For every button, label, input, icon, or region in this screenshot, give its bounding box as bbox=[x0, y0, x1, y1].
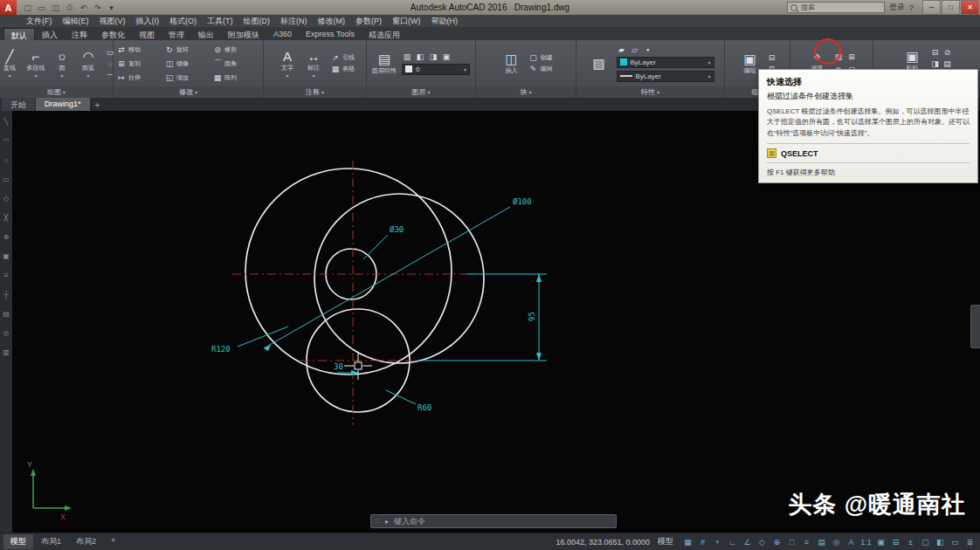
ribbon-tab[interactable]: 精选应用 bbox=[362, 28, 407, 40]
ribbon-button[interactable]: ✎ 编辑 bbox=[528, 65, 553, 73]
layer-tool-icon[interactable]: ▥ bbox=[402, 52, 412, 61]
property-tool-icon[interactable]: ▱ bbox=[630, 45, 640, 54]
layer-properties-button[interactable]: ▤ 图层特性 bbox=[372, 52, 397, 75]
menu-item[interactable]: 插入(I) bbox=[131, 16, 165, 27]
annotation-scale[interactable]: 1:1 bbox=[859, 535, 873, 548]
dynamic-input-icon[interactable]: + bbox=[711, 535, 724, 548]
property-tool-icon[interactable]: ▪ bbox=[643, 45, 653, 54]
units-icon[interactable]: ± bbox=[904, 535, 917, 548]
drawing-tool-icon[interactable]: ◠ bbox=[3, 137, 10, 145]
menu-item[interactable]: 绘图(D) bbox=[238, 16, 276, 27]
drawing-tool-icon[interactable]: ▣ bbox=[3, 252, 10, 260]
undo-icon[interactable]: ↶ bbox=[78, 2, 89, 13]
ribbon-button[interactable]: ◫ 插入 bbox=[500, 52, 524, 75]
clipboard-tool-icon[interactable]: ▤ bbox=[942, 59, 953, 68]
osnap-tracking-icon[interactable]: ⊕ bbox=[770, 535, 783, 548]
drawing-tool-icon[interactable]: ○ bbox=[4, 156, 9, 164]
menu-item[interactable]: 参数(P) bbox=[350, 16, 387, 27]
file-tab[interactable]: Drawing1* bbox=[36, 98, 90, 111]
grid-icon[interactable]: ▦ bbox=[681, 535, 694, 548]
menu-item[interactable]: 文件(F) bbox=[21, 16, 58, 27]
ribbon-button[interactable]: ▢ 创建 bbox=[528, 53, 553, 62]
command-line-grip[interactable]: ∷ bbox=[376, 518, 380, 526]
clipboard-tool-icon[interactable]: ◨ bbox=[930, 59, 941, 68]
drawing-tool-icon[interactable]: ▥ bbox=[3, 348, 10, 356]
quick-calculator-icon[interactable]: ⊞ bbox=[846, 52, 857, 61]
quick-properties-icon[interactable]: ▢ bbox=[919, 535, 932, 548]
drawing-tool-icon[interactable]: ╳ bbox=[4, 214, 9, 222]
menu-item[interactable]: 编辑(E) bbox=[58, 16, 94, 27]
ribbon-tab[interactable]: 注释 bbox=[65, 28, 94, 40]
drawing-tool-icon[interactable]: ≡ bbox=[4, 272, 9, 279]
drawing-tool-icon[interactable]: ◎ bbox=[3, 329, 10, 337]
workspace-switching-icon[interactable]: ▣ bbox=[874, 535, 887, 548]
annotation-monitor-icon[interactable]: ⊟ bbox=[889, 535, 902, 548]
ribbon-button[interactable]: A 文字 ▾ bbox=[275, 49, 300, 79]
ribbon-button[interactable]: ○ 圆 ▾ bbox=[50, 49, 74, 79]
ribbon-tab[interactable]: 管理 bbox=[162, 28, 191, 40]
ribbon-button[interactable]: ⊘ 修剪 bbox=[212, 45, 260, 54]
isodraft-icon[interactable]: ◇ bbox=[756, 535, 769, 548]
transparency-icon[interactable]: ▤ bbox=[815, 535, 828, 548]
menu-item[interactable]: 帮助(H) bbox=[426, 16, 464, 27]
save-icon[interactable]: ◫ bbox=[50, 2, 61, 13]
selection-cycling-icon[interactable]: ◎ bbox=[830, 535, 843, 548]
menu-item[interactable]: 视图(V) bbox=[94, 16, 131, 27]
ribbon-tab[interactable]: 视图 bbox=[132, 28, 162, 40]
panel-title-properties[interactable]: 特性▾ bbox=[576, 86, 724, 98]
object-color-dropdown[interactable]: ByLayer ▾ bbox=[617, 57, 714, 68]
drawing-tool-icon[interactable]: ▤ bbox=[3, 310, 10, 318]
redo-icon[interactable]: ↷ bbox=[92, 2, 103, 13]
ribbon-button[interactable]: ↦ 拉伸 bbox=[116, 73, 164, 82]
drawing-tool-icon[interactable]: ┼ bbox=[3, 291, 9, 299]
panel-title-layers[interactable]: 图层▾ bbox=[367, 86, 475, 98]
menu-item[interactable]: 工具(T) bbox=[202, 16, 238, 27]
layout-tab[interactable]: 模型 bbox=[3, 534, 33, 549]
layout-tab[interactable]: 布局2 bbox=[69, 534, 103, 549]
layer-tool-icon[interactable]: ◧ bbox=[415, 52, 425, 61]
panel-title-draw[interactable]: 绘图▾ bbox=[0, 86, 113, 98]
isolate-objects-icon[interactable]: ◧ bbox=[934, 535, 947, 548]
osnap-icon[interactable]: □ bbox=[785, 535, 798, 548]
new-drawing-tab-button[interactable]: + bbox=[91, 100, 105, 111]
ribbon-button[interactable]: ↗ 引线 bbox=[330, 53, 355, 62]
ribbon-button[interactable]: ◱ 缩放 bbox=[164, 73, 212, 82]
match-properties-button[interactable]: ▨ bbox=[587, 56, 611, 71]
autocad-logo-icon[interactable]: A bbox=[0, 0, 17, 15]
ribbon-tab[interactable]: 附加模块 bbox=[221, 28, 266, 40]
ribbon-tab[interactable]: A360 bbox=[266, 28, 299, 40]
ribbon-tab[interactable]: 参数化 bbox=[94, 28, 132, 40]
search-input[interactable]: 搜索 bbox=[787, 2, 885, 13]
file-tab[interactable]: 开始 bbox=[2, 98, 35, 111]
ribbon-button[interactable]: ⇄ 移动 bbox=[116, 45, 164, 54]
ribbon-button[interactable]: ▦ 表格 bbox=[330, 65, 355, 73]
help-icon[interactable]: ? bbox=[909, 3, 914, 12]
panel-title-annotation[interactable]: 注释▾ bbox=[264, 86, 366, 98]
layer-tool-icon[interactable]: ◨ bbox=[428, 52, 438, 61]
drawing-tool-icon[interactable]: ⊕ bbox=[3, 233, 10, 241]
ribbon-button[interactable]: ⌐ 多段线 ▾ bbox=[24, 49, 48, 79]
annotation-visibility-icon[interactable]: A bbox=[845, 535, 858, 548]
signin-button[interactable]: 登录 bbox=[889, 2, 905, 13]
clipboard-tool-icon[interactable]: ⊘ bbox=[942, 48, 953, 57]
ribbon-tab[interactable]: 插入 bbox=[35, 28, 65, 40]
property-tool-icon[interactable]: ▰ bbox=[617, 45, 627, 54]
ribbon-button[interactable]: ◫ 镜像 bbox=[164, 59, 212, 68]
linetype-dropdown[interactable]: ByLayer ▾ bbox=[617, 71, 714, 82]
ribbon-button[interactable]: ⊞ 复制 bbox=[116, 59, 164, 68]
ribbon-button[interactable]: ↻ 旋转 bbox=[164, 45, 212, 54]
drawing-tool-icon[interactable]: ◇ bbox=[3, 195, 9, 203]
ribbon-tab[interactable]: 默认 bbox=[3, 28, 35, 40]
menu-item[interactable]: 格式(O) bbox=[164, 16, 202, 27]
model-space-button[interactable]: 模型 bbox=[655, 536, 676, 547]
drawing-tool-icon[interactable]: ▭ bbox=[3, 175, 10, 183]
layout-tab[interactable]: 布局1 bbox=[34, 534, 68, 549]
new-file-icon[interactable]: ▢ bbox=[22, 2, 33, 13]
maximize-button[interactable]: □ bbox=[942, 0, 960, 15]
customization-icon[interactable]: ≣ bbox=[963, 535, 977, 548]
ribbon-button[interactable]: ◠ 圆弧 ▾ bbox=[76, 49, 100, 79]
ribbon-tab[interactable]: 输出 bbox=[191, 28, 221, 40]
open-file-icon[interactable]: ▭ bbox=[36, 2, 47, 13]
ortho-icon[interactable]: ∟ bbox=[726, 535, 739, 548]
tool-icon[interactable]: ⊟ bbox=[767, 53, 777, 62]
